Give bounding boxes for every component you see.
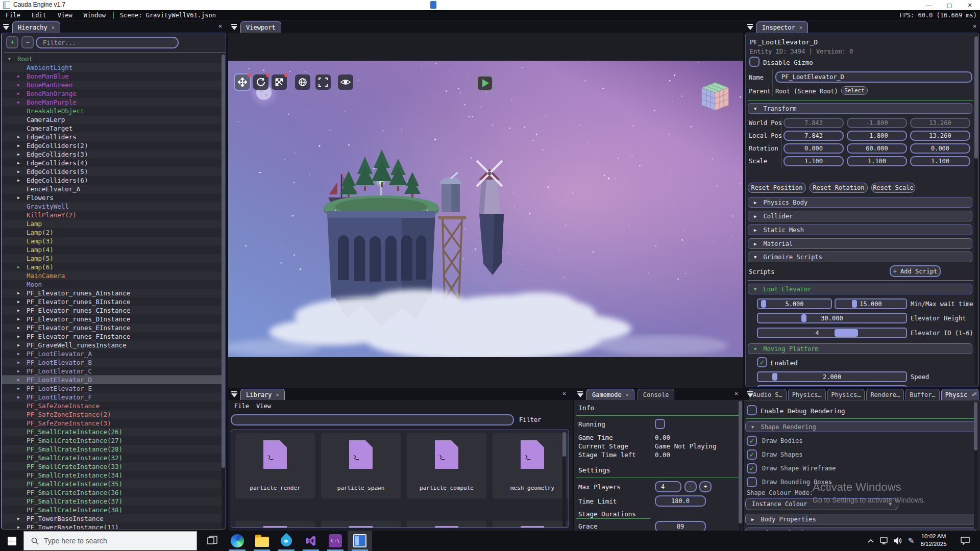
- tree-item[interactable]: ▶BoneManGreen: [2, 81, 222, 89]
- library-item-partial[interactable]: [321, 521, 401, 528]
- reset-button[interactable]: Reset Rotation: [810, 183, 868, 193]
- library-item-partial[interactable]: [235, 521, 315, 528]
- expand-arrow-icon[interactable]: ▶: [17, 135, 27, 139]
- tree-item[interactable]: ▶PF_LootElevator_B: [2, 358, 222, 367]
- transform-field[interactable]: 1.100: [910, 156, 970, 166]
- draw-bodies-checkbox[interactable]: ✓: [747, 436, 757, 446]
- tree-item[interactable]: PF_SmallCrateInstance(33): [2, 462, 222, 471]
- expand-arrow-icon[interactable]: ▶: [17, 161, 27, 165]
- tree-item[interactable]: Lamp(5): [2, 254, 222, 263]
- max-players-increment-button[interactable]: +: [699, 481, 712, 492]
- expand-arrow-icon[interactable]: ▶: [17, 343, 27, 347]
- tree-item[interactable]: ▶PF_Elevator_runes_FInstance: [2, 332, 222, 341]
- expand-arrow-icon[interactable]: ▶: [17, 334, 27, 339]
- tree-item[interactable]: PF_SmallCrateInstance(38): [2, 506, 222, 514]
- tree-item[interactable]: KillPlaneY(2): [2, 211, 222, 219]
- minimize-button[interactable]: —: [919, 0, 939, 10]
- orientation-cube[interactable]: [701, 82, 729, 111]
- tab-buffer-[interactable]: Buffer…: [905, 389, 940, 400]
- expand-arrow-icon[interactable]: ▶: [17, 360, 27, 365]
- expand-arrow-icon[interactable]: ▶: [17, 317, 27, 321]
- tree-item[interactable]: PF_SafeZoneInstance(3): [2, 419, 222, 428]
- tree-item[interactable]: ▶PF_LootElevator_E: [2, 384, 222, 393]
- inspector-panel-close-icon[interactable]: ✕: [973, 22, 976, 30]
- tree-item[interactable]: Lamp(4): [2, 245, 222, 254]
- transform-field[interactable]: 1.100: [783, 156, 844, 166]
- tree-item[interactable]: PF_SmallCrateInstance(26): [2, 428, 222, 436]
- expand-arrow-icon[interactable]: ▶: [17, 291, 27, 295]
- tree-item[interactable]: ▶PF_LootElevator_F: [2, 393, 222, 402]
- reset-button[interactable]: Reset Scale: [871, 183, 915, 193]
- tab-viewport[interactable]: Viewport: [240, 21, 281, 33]
- library-item-partial[interactable]: [407, 521, 486, 528]
- add-script-button[interactable]: + Add Script: [890, 265, 941, 277]
- transform-field[interactable]: 60.000: [847, 143, 907, 154]
- tree-item[interactable]: ▶PF_Elevator_runes_EInstance: [2, 323, 222, 332]
- tree-item[interactable]: ▼Root: [2, 55, 222, 63]
- menu-file[interactable]: File: [0, 10, 26, 20]
- section-grimoire-scripts[interactable]: ▼ Grimoire Scripts: [748, 252, 972, 262]
- tab-hierarchy[interactable]: Hierachy ✕: [12, 21, 60, 33]
- taskbar-search-input[interactable]: Type here to search: [23, 531, 197, 550]
- tree-item[interactable]: PF_SmallCrateInstance(34): [2, 471, 222, 480]
- tree-item[interactable]: GravityWell: [2, 202, 222, 211]
- tree-item[interactable]: ▶EdgeColliders(2): [2, 141, 222, 150]
- expand-arrow-icon[interactable]: ▶: [17, 169, 27, 174]
- expand-arrow-icon[interactable]: ▶: [17, 143, 27, 148]
- tree-item[interactable]: ▶Lamp(6): [2, 263, 222, 271]
- tree-item[interactable]: BreakableObject: [2, 107, 222, 115]
- tab-inspector[interactable]: Inspector ✕: [756, 21, 808, 33]
- section-loot-elevator[interactable]: ▼ Loot Elevator: [748, 284, 972, 294]
- panel-menu-icon[interactable]: [3, 24, 10, 31]
- library-item[interactable]: mesh_geometry: [493, 433, 569, 498]
- tree-item[interactable]: PF_SmallCrateInstance(32): [2, 454, 222, 462]
- tree-item[interactable]: ▶Flowers: [2, 193, 222, 202]
- tab-close-icon[interactable]: ✕: [52, 24, 55, 30]
- tree-item[interactable]: CameraTarget: [2, 124, 222, 133]
- tree-item[interactable]: CameraLerp: [2, 115, 222, 124]
- tree-item[interactable]: ▶EdgeColliders(3): [2, 150, 222, 159]
- speed-slider[interactable]: 2.000: [757, 371, 907, 382]
- library-item[interactable]: particle_spawn: [321, 433, 401, 498]
- tree-item[interactable]: FenceElvator_A: [2, 185, 222, 193]
- tree-item[interactable]: PF_SmallCrateInstance(35): [2, 480, 222, 488]
- time-limit-input[interactable]: 180.0: [655, 495, 706, 507]
- tree-item[interactable]: ▶PF_LootElevator_A: [2, 349, 222, 358]
- transform-field[interactable]: 0.000: [910, 143, 970, 154]
- viewport-scene[interactable]: [228, 61, 743, 357]
- expand-arrow-icon[interactable]: ▶: [17, 525, 27, 530]
- tray-chevron-icon[interactable]: [865, 531, 877, 551]
- tree-item[interactable]: ▶EdgeColliders: [2, 133, 222, 141]
- menu-edit[interactable]: Edit: [26, 10, 52, 20]
- expand-arrow-icon[interactable]: ▶: [17, 325, 27, 330]
- task-view-button[interactable]: [200, 531, 225, 551]
- library-scrollbar[interactable]: [562, 432, 566, 527]
- transform-field[interactable]: 7.843: [783, 131, 844, 141]
- tray-volume-icon[interactable]: [891, 531, 904, 551]
- tree-item[interactable]: PF_SmallCrateInstance(27): [2, 436, 222, 445]
- expand-arrow-icon[interactable]: ▶: [17, 152, 27, 157]
- action-center-icon[interactable]: [958, 531, 973, 551]
- tree-item[interactable]: ▶PF_TowerBaseInstance(11): [2, 523, 222, 530]
- expand-arrow-icon[interactable]: ▶: [17, 100, 27, 105]
- tree-item[interactable]: PF_SafeZoneInstance(2): [2, 410, 222, 419]
- gamemode-panel-close-icon[interactable]: ✕: [734, 390, 738, 397]
- tree-item[interactable]: PF_SmallCrateInstance(37): [2, 497, 222, 506]
- tree-item[interactable]: Lamp(2): [2, 228, 222, 237]
- taskbar-clock[interactable]: 10:02 AM 8/12/2025: [919, 533, 948, 548]
- library-panel-close-icon[interactable]: ✕: [562, 390, 566, 397]
- tree-item[interactable]: ▶EdgeColliders(6): [2, 176, 222, 185]
- expand-arrow-icon[interactable]: ▶: [17, 299, 27, 304]
- taskbar-app-drupal[interactable]: [274, 531, 299, 551]
- panel-menu-icon[interactable]: [231, 391, 238, 398]
- move-tool-button[interactable]: [235, 74, 250, 90]
- tray-network-icon[interactable]: [878, 531, 891, 551]
- section-moving-platform[interactable]: ▼ Moving Platform: [748, 343, 972, 354]
- draw-shapes-checkbox[interactable]: ✓: [747, 449, 757, 460]
- tree-item[interactable]: PF_SmallCrateInstance(36): [2, 488, 222, 497]
- elevator-height-slider[interactable]: 30.000: [757, 313, 907, 323]
- tree-item[interactable]: Moon: [2, 280, 222, 289]
- expand-arrow-icon[interactable]: ▶: [17, 308, 27, 313]
- tab-physics-[interactable]: Physics…: [788, 389, 826, 400]
- tree-item[interactable]: ▶PF_TowerBaseInstance: [2, 514, 222, 523]
